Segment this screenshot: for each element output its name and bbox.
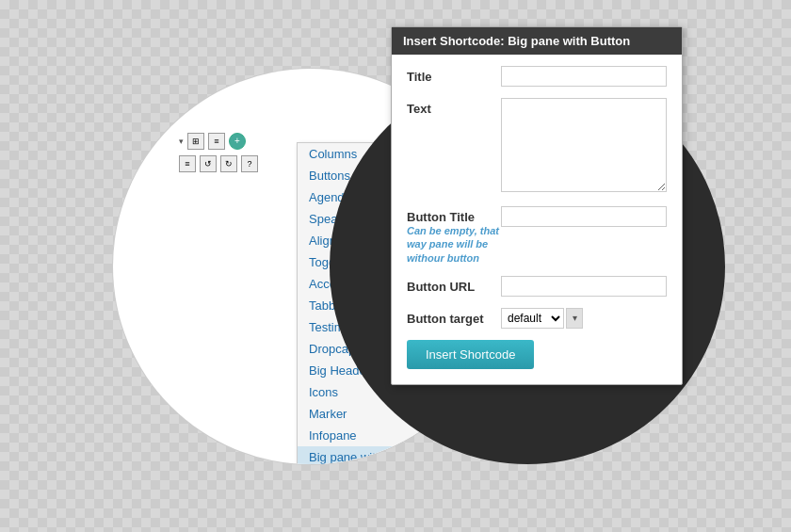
button-target-row: Button target default _blank _self _pare…	[407, 308, 667, 329]
shortcode-dialog: Insert Shortcode: Big pane with Button T…	[391, 26, 683, 385]
toolbar-row2: ≡ ↺ ↻ ?	[179, 155, 258, 172]
button-url-row: Button URL	[407, 276, 667, 297]
button-url-control	[501, 276, 667, 297]
redo-icon[interactable]: ↻	[220, 155, 237, 172]
button-title-label: Button Title Can be empty, that way pane…	[407, 206, 501, 265]
select-wrap: default _blank _self _parent _top ▾	[501, 308, 667, 329]
button-target-label: Button target	[407, 308, 501, 326]
insert-shortcode-button[interactable]: Insert Shortcode	[407, 340, 534, 369]
text-field-row: Text	[407, 98, 667, 195]
title-label: Title	[407, 66, 501, 84]
text-control	[501, 98, 667, 195]
add-button[interactable]: +	[229, 133, 246, 150]
button-url-input[interactable]	[501, 276, 667, 297]
text-label: Text	[407, 98, 501, 116]
dialog-body: Title Text Button Title Can be empty, th…	[392, 55, 682, 384]
button-url-label: Button URL	[407, 276, 501, 294]
help-icon[interactable]: ?	[241, 155, 258, 172]
button-target-select[interactable]: default _blank _self _parent _top	[501, 308, 564, 329]
chevron-icon: ▾	[179, 137, 184, 146]
undo-icon[interactable]: ↺	[200, 155, 217, 172]
align-icon[interactable]: ≡	[179, 155, 196, 172]
toolbar-row1: ▾ ⊞ ≡ +	[179, 133, 246, 150]
title-control	[501, 66, 667, 87]
dialog-title: Insert Shortcode: Big pane with Button	[392, 27, 682, 55]
text-textarea[interactable]	[501, 98, 667, 192]
grid-icon[interactable]: ⊞	[187, 133, 204, 150]
dropdown-item-big-pane[interactable]: Big pane with Button	[298, 446, 460, 464]
menu-icon[interactable]: ≡	[208, 133, 225, 150]
button-title-hint: Can be empty, that way pane will be with…	[407, 224, 501, 265]
title-field-row: Title	[407, 66, 667, 87]
button-title-control	[501, 206, 667, 227]
select-arrow-icon: ▾	[566, 308, 583, 329]
button-title-row: Button Title Can be empty, that way pane…	[407, 206, 667, 265]
button-title-input[interactable]	[501, 206, 667, 227]
title-input[interactable]	[501, 66, 667, 87]
button-target-control: default _blank _self _parent _top ▾	[501, 308, 667, 329]
